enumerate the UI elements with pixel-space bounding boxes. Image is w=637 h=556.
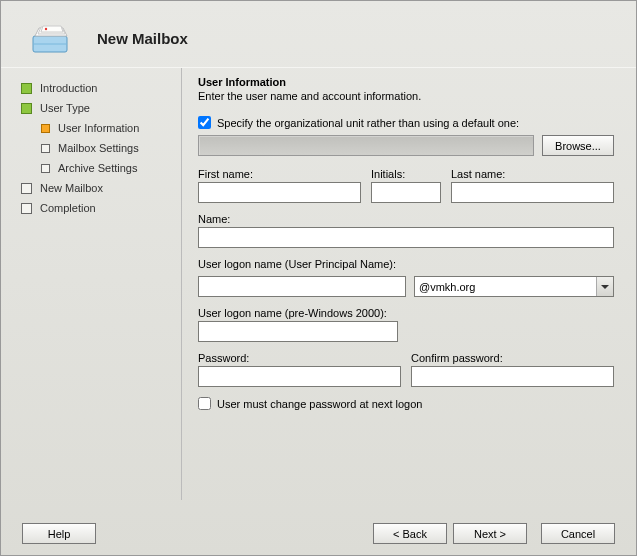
- wizard-header: New Mailbox: [1, 1, 636, 67]
- must-change-password-label: User must change password at next logon: [217, 398, 422, 410]
- section-title: User Information: [198, 76, 614, 88]
- mailbox-icon: [29, 18, 73, 58]
- specify-ou-label: Specify the organizational unit rather t…: [217, 117, 519, 129]
- step-user-information: User Information: [21, 118, 173, 138]
- initials-label: Initials:: [371, 168, 441, 180]
- browse-button[interactable]: Browse...: [542, 135, 614, 156]
- back-button[interactable]: < Back: [373, 523, 447, 544]
- upn-label: User logon name (User Principal Name):: [198, 258, 614, 270]
- last-name-input[interactable]: [451, 182, 614, 203]
- last-name-label: Last name:: [451, 168, 614, 180]
- help-button[interactable]: Help: [22, 523, 96, 544]
- step-introduction: Introduction: [21, 78, 173, 98]
- wizard-steps-sidebar: Introduction User Type User Information …: [1, 68, 181, 500]
- password-label: Password:: [198, 352, 401, 364]
- step-mailbox-settings: Mailbox Settings: [21, 138, 173, 158]
- step-user-type: User Type: [21, 98, 173, 118]
- first-name-label: First name:: [198, 168, 361, 180]
- step-completion: Completion: [21, 198, 173, 218]
- password-input[interactable]: [198, 366, 401, 387]
- step-archive-settings: Archive Settings: [21, 158, 173, 178]
- wizard-content: User Information Enter the user name and…: [181, 68, 636, 500]
- wizard-title: New Mailbox: [97, 30, 188, 47]
- confirm-password-input[interactable]: [411, 366, 614, 387]
- chevron-down-icon: [596, 277, 613, 296]
- confirm-password-label: Confirm password:: [411, 352, 614, 364]
- prewin-label: User logon name (pre-Windows 2000):: [198, 307, 398, 319]
- next-button[interactable]: Next >: [453, 523, 527, 544]
- specify-ou-checkbox[interactable]: [198, 116, 211, 129]
- section-description: Enter the user name and account informat…: [198, 90, 614, 102]
- initials-input[interactable]: [371, 182, 441, 203]
- first-name-input[interactable]: [198, 182, 361, 203]
- name-label: Name:: [198, 213, 614, 225]
- name-input[interactable]: [198, 227, 614, 248]
- must-change-password-checkbox[interactable]: [198, 397, 211, 410]
- prewin-input[interactable]: [198, 321, 398, 342]
- upn-domain-value: @vmkh.org: [419, 281, 475, 293]
- upn-domain-select[interactable]: @vmkh.org: [414, 276, 614, 297]
- ou-display-box: [198, 135, 534, 156]
- step-new-mailbox: New Mailbox: [21, 178, 173, 198]
- wizard-footer: Help < Back Next > Cancel: [0, 523, 637, 544]
- cancel-button[interactable]: Cancel: [541, 523, 615, 544]
- upn-input[interactable]: [198, 276, 406, 297]
- svg-point-4: [45, 28, 47, 30]
- svg-marker-3: [41, 26, 63, 32]
